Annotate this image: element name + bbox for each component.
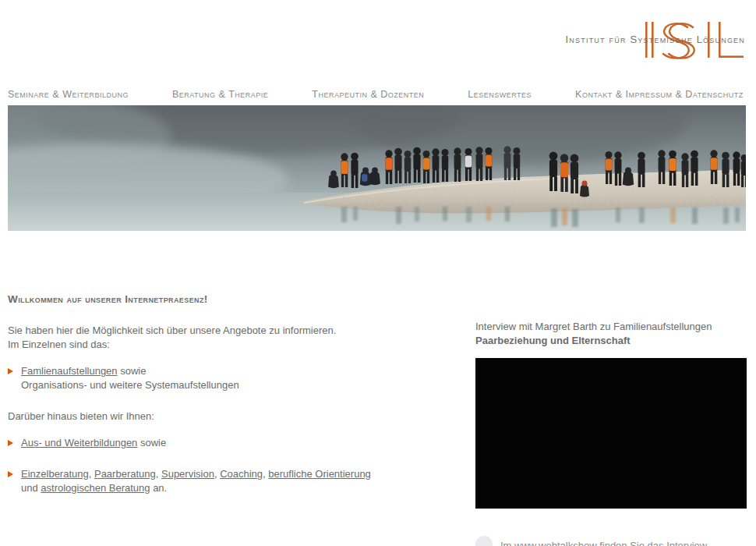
main-content: Willkommen auf unserer Internetpraesenz!…	[8, 293, 456, 512]
nav-item-kontakt[interactable]: Kontakt & Impressum & Datenschutz	[575, 89, 744, 100]
play-circle-icon[interactable]	[475, 536, 493, 546]
nav-item-lesenswertes[interactable]: Lesenswertes	[468, 89, 532, 100]
bullet2-after: sowie	[137, 437, 166, 448]
hero-image	[8, 105, 746, 231]
interview-caption: Interview mit Margret Barth zu Familiena…	[475, 320, 747, 334]
supervision-link[interactable]: Supervision	[161, 468, 214, 480]
nav-item-label: Lesenswertes	[468, 89, 532, 100]
main-navigation: Seminare & Weiterbildung Beratung & Ther…	[8, 87, 756, 102]
einzelberatung-link[interactable]: Einzelberatung	[21, 468, 89, 480]
berufliche-orientierung-link[interactable]: berufliche Orientierung	[268, 468, 371, 480]
brand-title[interactable]: Institut für Systemische Lösungen	[566, 34, 745, 45]
intro-paragraph: Sie haben hier die Möglichkeit sich über…	[8, 324, 456, 352]
offer-intro: Darüber hinaus bieten wir Ihnen:	[8, 410, 456, 424]
page: Institut für Systemische Lösungen Semina…	[0, 0, 756, 546]
coaching-link[interactable]: Coaching	[220, 468, 263, 480]
bullet1-after: sowie	[118, 365, 147, 377]
welcome-heading: Willkommen auf unserer Internetpraesenz!	[8, 293, 456, 305]
bullet1-line2: Organisations- und weitere Systemaufstel…	[21, 378, 456, 392]
nav-item-therapeutin[interactable]: Therapeutin & Dozenten	[312, 89, 424, 100]
video-player[interactable]	[475, 358, 747, 509]
orange-arrow-icon	[8, 471, 13, 477]
intro-line-1: Sie haben hier die Möglichkeit sich über…	[8, 324, 456, 338]
partial-list-row: Im www.webtalkshow finden Sie das Interv…	[475, 536, 747, 546]
sep: an.	[150, 482, 168, 494]
familienaufstellungen-link[interactable]: Famlienaufstellungen	[21, 365, 118, 377]
nav-item-label: Kontakt & Impressum & Datenschutz	[575, 89, 744, 100]
astrologische-beratung-link[interactable]: astrologischen Beratung	[41, 482, 150, 494]
nav-item-label: Beratung & Therapie	[172, 89, 268, 100]
sep: ,	[89, 468, 94, 480]
aside-column: Interview mit Margret Barth zu Familiena…	[475, 320, 747, 509]
intro-line-2: Im Einzelnen sind das:	[8, 338, 456, 352]
sep: ,	[156, 468, 161, 480]
nav-item-beratung[interactable]: Beratung & Therapie	[172, 89, 268, 100]
interview-title: Paarbeziehung und Elternschaft	[475, 334, 747, 348]
orange-arrow-icon	[8, 440, 13, 446]
nav-item-label: Therapeutin & Dozenten	[312, 89, 424, 100]
partial-caption: Im www.webtalkshow finden Sie das Interv…	[500, 536, 707, 546]
list-item-aufstellungen: Famlienaufstellungen sowie Organisations…	[8, 364, 456, 392]
list-item-weiterbildungen: Aus- und Weiterbildungen sowie	[8, 436, 456, 450]
sep: und	[21, 482, 41, 494]
weiterbildungen-link[interactable]: Aus- und Weiterbildungen	[21, 437, 137, 448]
nav-item-label: Seminare & Weiterbildung	[8, 89, 129, 100]
paarberatung-link[interactable]: Paarberatung	[94, 468, 156, 480]
list-item-beratungen: Einzelberatung, Paarberatung, Supervisio…	[8, 467, 374, 495]
nav-item-seminare[interactable]: Seminare & Weiterbildung	[8, 89, 129, 100]
orange-arrow-icon	[8, 368, 13, 374]
